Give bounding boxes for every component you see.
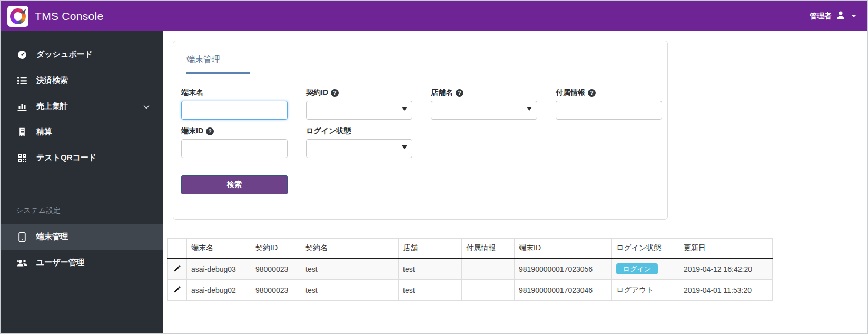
sidebar-divider	[37, 192, 127, 192]
sidebar-item-settlement[interactable]: 精算	[1, 119, 163, 145]
table-row: asai-debug03 98000023 test test 98190000…	[168, 259, 773, 280]
col-updated-at: 更新日	[679, 239, 773, 259]
field-terminal-id: 端末ID ?	[181, 126, 288, 158]
terminal-management-card: 端末管理 端末名 契約ID ?	[173, 41, 668, 220]
sidebar-item-test-qr[interactable]: テストQRコード	[1, 145, 163, 171]
sidebar-item-label: 精算	[36, 127, 52, 137]
contract-id-select[interactable]	[306, 101, 412, 120]
sidebar-item-label: テストQRコード	[36, 153, 96, 163]
cell-updated-at: 2019-04-01 11:53:20	[679, 280, 773, 301]
app-logo[interactable]	[7, 6, 28, 27]
pencil-icon	[173, 286, 181, 293]
login-status-badge: ログイン	[616, 263, 658, 274]
cell-terminal-id: 981900000017023046	[515, 280, 612, 301]
sidebar-item-terminal-management[interactable]: 端末管理	[1, 224, 163, 250]
login-state-label: ログイン状態	[306, 126, 351, 136]
app-header: TMS Console 管理者	[1, 1, 867, 31]
tms-console-window: TMS Console 管理者 ダッシュボード 決済検索	[0, 0, 868, 334]
field-login-state: ログイン状態	[306, 126, 412, 158]
sidebar-item-sales-summary[interactable]: 売上集計	[1, 93, 163, 119]
terminal-name-label: 端末名	[181, 88, 203, 97]
sidebar-item-label: 売上集計	[36, 101, 68, 111]
cell-login-status: ログアウト	[612, 280, 679, 301]
sidebar-item-payment-search[interactable]: 決済検索	[1, 67, 163, 93]
field-contract-id: 契約ID ?	[306, 88, 412, 120]
sidebar-item-label: ダッシュボード	[36, 50, 93, 60]
cell-terminal-name: asai-debug02	[187, 280, 251, 301]
user-menu[interactable]: 管理者	[810, 10, 856, 23]
col-store: 店舗	[399, 239, 462, 259]
cell-extra-info	[462, 280, 515, 301]
sidebar-section-system-settings: システム設定	[1, 198, 163, 224]
edit-button[interactable]	[168, 280, 187, 301]
terminal-id-input[interactable]	[181, 139, 288, 158]
field-terminal-name: 端末名	[181, 88, 288, 120]
contract-id-label: 契約ID	[306, 88, 328, 97]
card-tab-bar: 端末管理	[173, 41, 667, 74]
search-form: 端末名 契約ID ?	[173, 74, 667, 219]
cell-contract-id: 98000023	[251, 280, 301, 301]
sidebar-item-dashboard[interactable]: ダッシュボード	[1, 42, 163, 67]
cell-contract-name: test	[301, 280, 399, 301]
help-icon[interactable]: ?	[206, 127, 214, 135]
main-content: 端末管理 端末名 契約ID ?	[163, 31, 867, 334]
col-extra-info: 付属情報	[462, 239, 515, 259]
pencil-icon	[173, 264, 181, 272]
list-icon	[16, 75, 28, 86]
users-icon	[16, 258, 28, 268]
sidebar-item-label: 端末管理	[36, 232, 68, 242]
field-extra-info: 付属情報 ?	[556, 88, 662, 120]
sidebar: ダッシュボード 決済検索 売上集計	[1, 31, 163, 334]
cell-contract-name: test	[301, 259, 399, 280]
bar-chart-icon	[16, 101, 28, 112]
cell-terminal-name: asai-debug03	[187, 259, 251, 280]
col-terminal-name: 端末名	[187, 239, 251, 259]
cell-store: test	[399, 280, 462, 301]
sidebar-item-user-management[interactable]: ユーザー管理	[1, 250, 163, 276]
terminal-name-input[interactable]	[181, 101, 288, 120]
terminal-table: 端末名 契約ID 契約名 店舗 付属情報 端末ID ログイン状態 更新日	[167, 238, 773, 301]
cell-contract-id: 98000023	[251, 259, 301, 280]
terminal-id-label: 端末ID	[181, 126, 203, 136]
user-label: 管理者	[810, 12, 832, 21]
store-name-label: 店舗名	[431, 88, 453, 97]
tablet-icon	[16, 232, 28, 242]
logo-swirl-icon	[10, 8, 26, 24]
table-header-row: 端末名 契約ID 契約名 店舗 付属情報 端末ID ログイン状態 更新日	[168, 239, 773, 259]
login-state-select[interactable]	[306, 139, 412, 158]
extra-info-input[interactable]	[556, 101, 662, 120]
help-icon[interactable]: ?	[456, 89, 463, 97]
cell-updated-at: 2019-04-12 16:42:20	[679, 259, 773, 280]
cell-extra-info	[462, 259, 515, 280]
help-icon[interactable]: ?	[588, 89, 596, 97]
cell-terminal-id: 981900000017023056	[515, 259, 612, 280]
caret-down-icon	[851, 15, 856, 17]
tab-terminal-management[interactable]: 端末管理	[186, 54, 250, 74]
col-login-status: ログイン状態	[612, 239, 679, 259]
help-icon[interactable]: ?	[331, 89, 339, 97]
cell-store: test	[399, 259, 462, 280]
extra-info-label: 付属情報	[556, 88, 585, 97]
gauge-icon	[16, 50, 28, 60]
sidebar-item-label: ユーザー管理	[36, 258, 84, 268]
col-terminal-id: 端末ID	[515, 239, 612, 259]
cell-login-status: ログイン	[612, 259, 679, 280]
sidebar-item-label: 決済検索	[36, 75, 68, 85]
app-title: TMS Console	[35, 10, 104, 23]
col-edit	[168, 239, 187, 259]
user-icon	[835, 10, 846, 23]
col-contract-id: 契約ID	[251, 239, 301, 259]
edit-button[interactable]	[168, 259, 187, 280]
col-contract-name: 契約名	[301, 239, 399, 259]
field-store-name: 店舗名 ?	[431, 88, 537, 120]
search-button[interactable]: 検索	[181, 175, 288, 194]
store-name-select[interactable]	[431, 101, 537, 120]
receipt-icon	[16, 127, 28, 137]
chevron-down-icon	[143, 102, 150, 111]
table-row: asai-debug02 98000023 test test 98190000…	[168, 280, 773, 301]
qr-code-icon	[16, 153, 28, 163]
